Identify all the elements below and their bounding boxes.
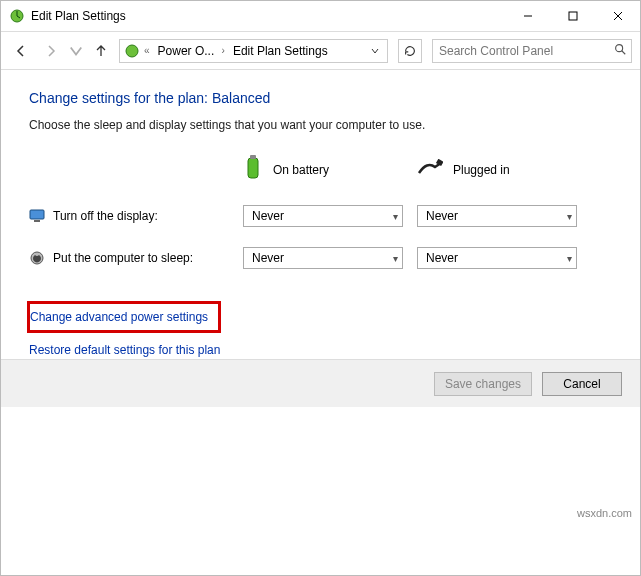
plug-icon (417, 159, 443, 180)
chevron-left-icon: « (142, 45, 152, 56)
svg-point-5 (126, 45, 138, 57)
svg-line-7 (622, 50, 626, 54)
column-label-battery: On battery (273, 163, 329, 177)
chevron-down-icon: ▾ (393, 211, 398, 222)
close-button[interactable] (595, 1, 640, 31)
search-input[interactable] (433, 44, 631, 58)
cancel-button[interactable]: Cancel (542, 372, 622, 396)
navigation-bar: « Power O... › Edit Plan Settings (1, 31, 640, 69)
page-heading: Change settings for the plan: Balanced (29, 90, 612, 106)
breadcrumb-seg-power-options[interactable]: Power O... (154, 44, 218, 58)
advanced-power-settings-link[interactable]: Change advanced power settings (30, 310, 208, 324)
display-icon (29, 208, 45, 224)
back-button[interactable] (9, 39, 33, 63)
breadcrumb[interactable]: « Power O... › Edit Plan Settings (119, 39, 388, 63)
sleep-battery-value: Never (252, 251, 284, 265)
sleep-battery-combo[interactable]: Never ▾ (243, 247, 403, 269)
display-battery-combo[interactable]: Never ▾ (243, 205, 403, 227)
refresh-button[interactable] (398, 39, 422, 63)
highlight-box: Change advanced power settings (27, 301, 221, 333)
svg-rect-8 (248, 158, 258, 178)
breadcrumb-seg-edit-plan[interactable]: Edit Plan Settings (229, 44, 332, 58)
row-display: Turn off the display: (29, 208, 229, 224)
chevron-down-icon: ▾ (393, 253, 398, 264)
chevron-down-icon: ▾ (567, 253, 572, 264)
forward-button (39, 39, 63, 63)
sleep-icon (29, 250, 45, 266)
column-header-plugged: Plugged in (417, 159, 577, 180)
watermark: wsxdn.com (577, 507, 632, 519)
svg-rect-11 (30, 210, 44, 219)
content-area: Change settings for the plan: Balanced C… (1, 70, 640, 391)
footer: Save changes Cancel (1, 359, 640, 407)
row-label-sleep: Put the computer to sleep: (53, 251, 193, 265)
maximize-button[interactable] (550, 1, 595, 31)
chevron-right-icon: › (220, 45, 227, 56)
history-dropdown[interactable] (69, 39, 83, 63)
row-sleep: Put the computer to sleep: (29, 250, 229, 266)
title-bar: Edit Plan Settings (1, 1, 640, 31)
column-header-battery: On battery (243, 154, 403, 185)
window-controls (505, 1, 640, 31)
svg-rect-2 (569, 12, 577, 20)
battery-icon (243, 154, 263, 185)
display-plugged-combo[interactable]: Never ▾ (417, 205, 577, 227)
power-options-icon (124, 43, 140, 59)
page-subtext: Choose the sleep and display settings th… (29, 118, 612, 132)
power-plan-icon (9, 8, 25, 24)
restore-defaults-link[interactable]: Restore default settings for this plan (29, 343, 220, 357)
settings-grid: On battery Plugged in Turn off the displ… (29, 154, 612, 269)
save-button: Save changes (434, 372, 532, 396)
search-box[interactable] (432, 39, 632, 63)
chevron-down-icon: ▾ (567, 211, 572, 222)
display-battery-value: Never (252, 209, 284, 223)
search-icon[interactable] (613, 42, 627, 60)
svg-point-6 (616, 44, 623, 51)
row-label-display: Turn off the display: (53, 209, 158, 223)
display-plugged-value: Never (426, 209, 458, 223)
svg-rect-12 (34, 220, 40, 222)
breadcrumb-dropdown[interactable] (367, 44, 383, 58)
svg-rect-9 (250, 155, 256, 159)
sleep-plugged-combo[interactable]: Never ▾ (417, 247, 577, 269)
minimize-button[interactable] (505, 1, 550, 31)
column-label-plugged: Plugged in (453, 163, 510, 177)
up-button[interactable] (89, 39, 113, 63)
window-title: Edit Plan Settings (31, 9, 505, 23)
sleep-plugged-value: Never (426, 251, 458, 265)
